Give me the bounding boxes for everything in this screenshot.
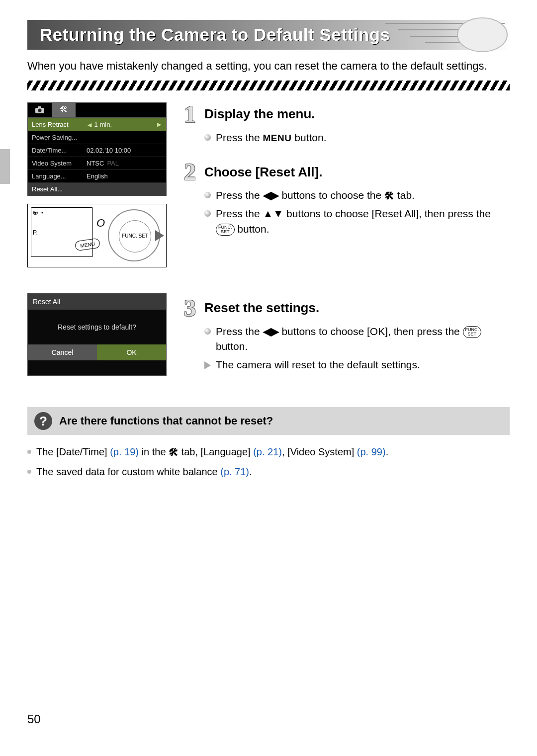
bullet-icon: [204, 192, 211, 198]
intro-text: When you have mistakenly changed a setti…: [27, 59, 510, 74]
page-ref-link[interactable]: (p. 99): [357, 446, 386, 457]
bullet-icon: [27, 450, 31, 454]
dialog-title: Reset All: [28, 294, 166, 310]
reset-all-dialog-screenshot: Reset All Reset settings to default? Can…: [27, 293, 167, 376]
tools-tab-icon: 🛠: [52, 103, 76, 117]
func-set-button-icon: FUNC. SET: [119, 220, 151, 252]
menu-row: Reset All...: [28, 182, 166, 195]
hatch-divider: [27, 81, 510, 90]
side-tab: [0, 149, 10, 184]
page-title: Returning the Camera to Default Settings: [27, 25, 390, 45]
step-title: Display the menu.: [204, 106, 315, 122]
tools-icon: 🛠: [169, 445, 179, 460]
power-indicator: ֎ ↺: [33, 209, 43, 216]
notes-list: The [Date/Time] (p. 19) in the 🛠 tab, [L…: [27, 445, 510, 479]
step-bullet: Press the ◀▶ buttons to choose [OK], the…: [204, 324, 510, 354]
bullet-icon: [204, 328, 211, 335]
step-number: 2: [180, 160, 199, 184]
question-icon: ?: [34, 412, 52, 430]
step-number: 3: [180, 296, 199, 320]
camera-back-illustration: ֎ ↺ P. O MENU FUNC. SET: [27, 204, 167, 267]
dialog-ok-button: OK: [97, 344, 166, 360]
func-set-icon: FUNC.SET: [463, 326, 482, 338]
step-bullet: Press the ▲▼ buttons to choose [Reset Al…: [204, 206, 510, 237]
question-title: Are there functions that cannot be reset…: [59, 415, 273, 427]
page-ref-link[interactable]: (p. 19): [110, 446, 139, 457]
menu-row: Lens Retract◀ 1 min.▶: [28, 118, 166, 131]
step: 1Display the menu.Press the MENU button.: [180, 102, 510, 145]
dialog-cancel-button: Cancel: [28, 344, 97, 360]
step-number: 1: [180, 102, 199, 126]
result-arrow-icon: [204, 361, 211, 369]
svg-point-3: [38, 109, 42, 112]
page-title-bar: Returning the Camera to Default Settings: [27, 20, 510, 50]
camera-tab-icon: [28, 103, 52, 117]
svg-point-0: [457, 18, 507, 52]
page-ref-link[interactable]: (p. 71): [220, 466, 249, 477]
step-title: Choose [Reset All].: [204, 165, 322, 180]
step-bullet: Press the ◀▶ buttons to choose the 🛠 tab…: [204, 188, 510, 203]
page-ref-link[interactable]: (p. 21): [253, 446, 282, 457]
arrow-right-icon: [155, 230, 164, 241]
note-item: The [Date/Time] (p. 19) in the 🛠 tab, [L…: [27, 445, 510, 460]
step: 3Reset the settings.Press the ◀▶ buttons…: [180, 296, 510, 372]
camera-menu-screenshot: 🛠 Lens Retract◀ 1 min.▶Power Saving...Da…: [27, 102, 167, 196]
menu-row: Power Saving...: [28, 131, 166, 144]
note-item: The saved data for custom white balance …: [27, 465, 510, 479]
question-box: ? Are there functions that cannot be res…: [27, 407, 510, 435]
step-bullet: Press the MENU button.: [204, 130, 510, 145]
bullet-icon: [204, 210, 211, 217]
svg-rect-2: [38, 106, 41, 108]
bullet-icon: [27, 470, 31, 474]
tools-icon: 🛠: [384, 189, 394, 203]
title-decoration-icon: [380, 16, 510, 53]
step-title: Reset the settings.: [204, 300, 319, 316]
func-set-icon: FUNC.SET: [216, 224, 235, 236]
menu-row: Video SystemNTSCPAL: [28, 157, 166, 169]
menu-row: Date/Time...02.02.'10 10:00: [28, 144, 166, 157]
page-number: 50: [27, 712, 41, 726]
step: 2Choose [Reset All].Press the ◀▶ buttons…: [180, 160, 510, 237]
dialog-message: Reset settings to default?: [28, 310, 166, 344]
bullet-icon: [204, 134, 211, 141]
step-bullet: The camera will reset to the default set…: [204, 357, 510, 372]
menu-row: Language...English: [28, 169, 166, 182]
